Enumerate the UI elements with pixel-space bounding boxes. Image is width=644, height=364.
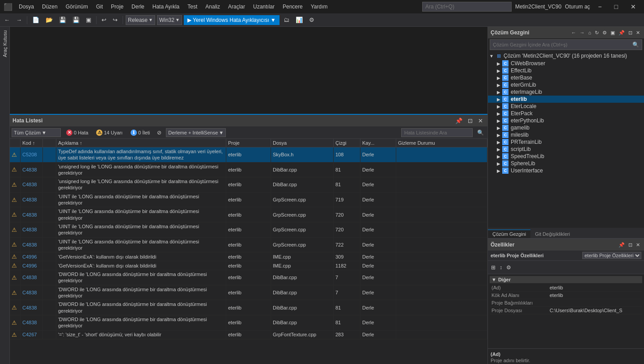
tree-item-cwebbrowser[interactable]: ▶ C CWebBrowser bbox=[488, 60, 644, 67]
tab-git-changes[interactable]: Git Değişiklikleri bbox=[530, 230, 574, 238]
table-row[interactable]: ⚠ C4838 'DWORD ile 'LONG arasında dönüşt… bbox=[10, 270, 487, 285]
tree-item-speedtreelib[interactable]: ▶ C SpeedTreeLib bbox=[488, 153, 644, 160]
scope-dropdown[interactable]: Tüm Çözüm ▼ bbox=[12, 128, 61, 137]
col-project[interactable]: Proje bbox=[226, 139, 271, 147]
tree-item-userinterface[interactable]: ▶ C UserInterface bbox=[488, 167, 644, 174]
error-search-input[interactable] bbox=[401, 128, 473, 137]
props-settings-btn[interactable]: ⚙ bbox=[505, 264, 513, 272]
sol-exp-close[interactable]: ✕ bbox=[635, 29, 641, 36]
table-row[interactable]: ⚠ C4996 'GetVersionExA': kullanım dışı o… bbox=[10, 252, 487, 261]
tree-item-arrow[interactable]: ▶ bbox=[495, 68, 502, 73]
tree-item-eterbase[interactable]: ▶ C eterBase bbox=[488, 74, 644, 81]
save-button[interactable]: 💾 bbox=[57, 15, 68, 25]
menu-hata[interactable]: Hata Ayıkla bbox=[149, 2, 183, 12]
back-button[interactable]: ← bbox=[2, 15, 12, 25]
sol-exp-home[interactable]: ⌂ bbox=[587, 29, 593, 36]
minimize-button[interactable]: − bbox=[593, 1, 606, 12]
table-row[interactable]: ⚠ C4838 'DWORD ile 'LONG arasında dönüşt… bbox=[10, 300, 487, 315]
props-value[interactable]: eterlib bbox=[548, 292, 642, 299]
col-source[interactable]: Kay... bbox=[360, 139, 396, 147]
tree-item-arrow[interactable]: ▶ bbox=[495, 161, 502, 166]
table-row[interactable]: ⚠ C4838 'DWORD ile 'LONG arasında dönüşt… bbox=[10, 315, 487, 331]
tree-item-etergrnlib[interactable]: ▶ C eterGrnLib bbox=[488, 81, 644, 88]
undo-button[interactable]: ↩ bbox=[99, 15, 109, 25]
new-project-button[interactable]: 📄 bbox=[30, 15, 42, 25]
run-button[interactable]: ▶ Yerel Windows Hata Ayıklayıcısı ▼ bbox=[184, 15, 280, 25]
tree-item-arrow[interactable]: ▶ bbox=[495, 97, 502, 102]
props-value[interactable]: eterlib bbox=[548, 284, 642, 291]
error-search-btn[interactable]: 🔍 bbox=[475, 129, 486, 137]
tool-btn-1[interactable]: 🗂 bbox=[281, 15, 292, 25]
tree-item-eterpack[interactable]: ▶ C EterPack bbox=[488, 110, 644, 117]
tree-item-arrow[interactable]: ▶ bbox=[495, 126, 502, 130]
error-panel-close[interactable]: ✕ bbox=[476, 117, 485, 125]
tree-item-arrow[interactable]: ▶ bbox=[495, 104, 502, 109]
scope-filter-dropdown[interactable]: Derleme + IntelliSense ▼ bbox=[166, 128, 226, 137]
tree-item-arrow[interactable]: ▶ bbox=[495, 111, 502, 116]
close-button[interactable]: ✕ bbox=[626, 1, 640, 12]
sol-exp-forward[interactable]: → bbox=[578, 29, 586, 36]
table-row[interactable]: ⚠ C4838 'DWORD ile 'LONG arasında dönüşt… bbox=[10, 285, 487, 301]
col-desc[interactable]: Açıklama ↑ bbox=[56, 139, 226, 147]
tool-btn-2[interactable]: 📊 bbox=[293, 15, 305, 25]
tree-item-spherelib[interactable]: ▶ C SphereLib bbox=[488, 160, 644, 167]
props-close[interactable]: ✕ bbox=[635, 242, 641, 248]
col-file[interactable]: Dosya bbox=[271, 139, 334, 147]
props-value[interactable] bbox=[548, 299, 642, 306]
extra-btn[interactable]: ▣ bbox=[84, 15, 93, 25]
forward-button[interactable]: → bbox=[14, 15, 24, 25]
tab-solution-explorer[interactable]: Çözüm Gezgini bbox=[488, 230, 530, 238]
table-row[interactable]: ⚠ C4838 'UINT ile 'LONG arasında dönüştü… bbox=[10, 207, 487, 222]
menu-gorunum[interactable]: Görünüm bbox=[62, 2, 92, 12]
sol-exp-settings[interactable]: ⚙ bbox=[601, 29, 608, 36]
tree-item-arrow[interactable]: ▶ bbox=[495, 83, 502, 88]
tree-item-eterlib[interactable]: ▶ C eterlib bbox=[488, 96, 644, 103]
open-button[interactable]: 📂 bbox=[43, 15, 55, 25]
props-sort-btn[interactable]: ↕ bbox=[498, 264, 504, 272]
error-panel-pin[interactable]: 📌 bbox=[453, 117, 464, 125]
restore-button[interactable]: □ bbox=[610, 1, 623, 12]
sol-exp-active[interactable]: ▣ bbox=[609, 29, 616, 36]
menu-dosya[interactable]: Dosya bbox=[15, 2, 38, 12]
menu-git[interactable]: Git bbox=[93, 2, 106, 12]
tree-item-arrow[interactable]: ▶ bbox=[495, 140, 502, 145]
menu-duzen[interactable]: Düzen bbox=[38, 2, 61, 12]
tool-btn-3[interactable]: ⚙ bbox=[307, 15, 317, 25]
tree-item-prterrainlib[interactable]: ▶ C PRTerrainLib bbox=[488, 138, 644, 146]
tree-item-eterimagelib[interactable]: ▶ C eterImageLib bbox=[488, 88, 644, 96]
tree-item-arrow[interactable]: ▶ bbox=[495, 75, 502, 80]
table-row[interactable]: ⚠ C4996 'GetVersionExA': kullanım dışı o… bbox=[10, 261, 487, 270]
table-row[interactable]: ⚠ C4838 'unsigned long ile 'LONG arasınd… bbox=[10, 163, 487, 178]
tree-item-arrow[interactable]: ▶ bbox=[495, 118, 502, 123]
sol-exp-float[interactable]: ⊡ bbox=[627, 29, 634, 36]
redo-button[interactable]: ↪ bbox=[110, 15, 120, 25]
global-search-input[interactable] bbox=[422, 2, 512, 12]
sol-exp-sync[interactable]: ↻ bbox=[593, 29, 600, 36]
platform-dropdown[interactable]: Win32 ▼ bbox=[157, 15, 182, 25]
tree-item-arrow[interactable]: ▶ bbox=[495, 90, 502, 95]
props-grid-btn[interactable]: ⊞ bbox=[490, 264, 497, 272]
solution-search-input[interactable] bbox=[493, 42, 631, 47]
tree-item-arrow[interactable]: ▶ bbox=[495, 133, 502, 138]
build-config-dropdown[interactable]: Release ▼ bbox=[126, 15, 155, 25]
menu-araclar[interactable]: Araçlar bbox=[225, 2, 249, 12]
menu-analiz[interactable]: Analiz bbox=[202, 2, 224, 12]
tree-item-scriptlib[interactable]: ▶ C scriptLib bbox=[488, 146, 644, 153]
props-section-collapse[interactable]: ▼ bbox=[491, 277, 496, 282]
save-all-button[interactable]: 💾 bbox=[70, 15, 82, 25]
warning-count-button[interactable]: ⚠ 14 Uyarı bbox=[93, 129, 125, 137]
tree-item-arrow[interactable]: ▶ bbox=[495, 147, 502, 152]
filter-button[interactable]: ⊘ bbox=[155, 129, 163, 137]
props-object-select[interactable]: eterlib Proje Özellikleri bbox=[582, 252, 641, 259]
menu-derle[interactable]: Derle bbox=[128, 2, 148, 12]
props-value[interactable]: C:\Users\Burak\Desktop\Client_S bbox=[548, 307, 642, 314]
tree-item-arrow[interactable]: ▶ bbox=[495, 154, 502, 159]
menu-pencere[interactable]: Pencere bbox=[279, 2, 306, 12]
tree-item-arrow[interactable]: ▶ bbox=[495, 61, 502, 66]
tool-strip-label[interactable]: Araç Kutusu bbox=[1, 29, 8, 59]
tree-solution-root[interactable]: ▼ ⊞ Çözüm 'Metin2Client_VC90' (16 projed… bbox=[488, 52, 644, 60]
menu-uzantilar[interactable]: Uzantılar bbox=[250, 2, 278, 12]
col-code[interactable]: Kod ↑ bbox=[21, 139, 43, 147]
table-row[interactable]: ⚠ C4838 'unsigned long ile 'LONG arasınd… bbox=[10, 177, 487, 192]
table-row[interactable]: ⚠ C4838 'UINT ile 'LONG arasında dönüştü… bbox=[10, 238, 487, 253]
